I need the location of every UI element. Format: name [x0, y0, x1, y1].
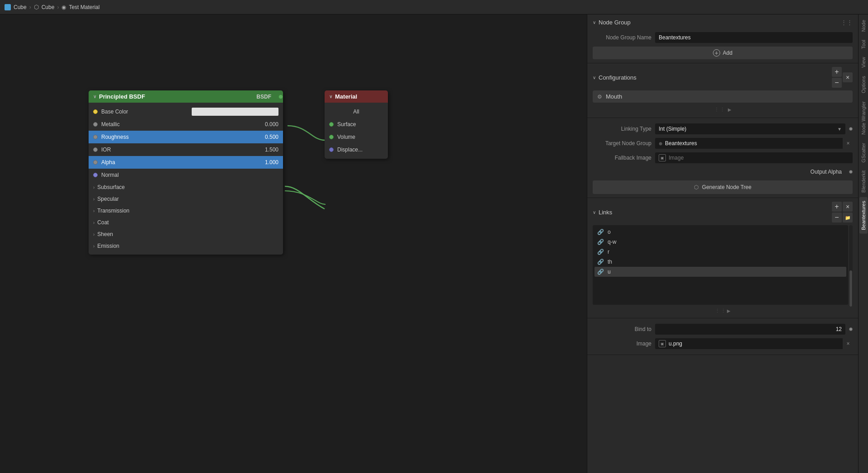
sidebar-tab-gscatter[interactable]: GScatter	[859, 139, 868, 166]
links-buttons: + −	[832, 202, 842, 222]
links-file-btn[interactable]: 📁	[843, 213, 853, 222]
mat-row-volume[interactable]: Volume	[325, 131, 388, 143]
section-specular[interactable]: › Specular	[89, 193, 283, 205]
links-with-scroll: 🔗 o 🔗 q-w 🔗 r	[593, 225, 853, 307]
sidebar-tab-tool[interactable]: Tool	[859, 36, 868, 52]
configurations-minus-btn[interactable]: −	[832, 78, 842, 88]
link-item-qw[interactable]: 🔗 q-w	[594, 237, 846, 247]
main-area: ∨ Principled BSDF BSDF Base Color	[0, 14, 868, 473]
linking-type-row: Linking Type Int (Simple) ▼	[593, 122, 853, 136]
links-scrollbar[interactable]	[849, 225, 853, 307]
value-roughness: 0.500	[256, 134, 278, 140]
link-item-o[interactable]: 🔗 o	[594, 227, 846, 237]
color-swatch-basecolor[interactable]	[192, 108, 278, 116]
chevron-specular: ›	[93, 197, 94, 202]
config-item-mouth[interactable]: ⚙ Mouth	[593, 90, 853, 103]
node-row-roughness[interactable]: Roughness 0.500	[89, 131, 283, 143]
label-emission: Emission	[97, 243, 119, 249]
target-ng-clear-btn[interactable]: ×	[844, 138, 853, 149]
link-icon-o: 🔗	[597, 229, 604, 235]
config-icon-mouth: ⚙	[597, 94, 602, 100]
bsdf-output-socket[interactable]	[278, 95, 283, 99]
mat-row-surface[interactable]: Surface	[325, 118, 388, 131]
section-emission[interactable]: › Emission	[89, 240, 283, 252]
socket-displacement[interactable]	[329, 147, 334, 152]
linking-type-socket[interactable]	[849, 127, 853, 131]
link-item-r[interactable]: 🔗 r	[594, 247, 846, 257]
section-sheen[interactable]: › Sheen	[89, 228, 283, 240]
configurations-plus-btn[interactable]: +	[832, 67, 842, 77]
configurations-list: ⚙ Mouth	[593, 90, 853, 103]
sidebar-tab-options[interactable]: Options	[859, 72, 868, 97]
label-surface: Surface	[337, 121, 356, 128]
sidebar-tab-node-wrangler[interactable]: Node Wrangler	[859, 98, 868, 138]
linking-type-value: Int (Simple)	[659, 126, 686, 132]
socket-alpha[interactable]	[93, 160, 98, 165]
node-row-ior[interactable]: IOR 1.500	[89, 143, 283, 156]
links-expand-arrow[interactable]: ▶	[727, 308, 731, 313]
sidebar-tab-beantextures[interactable]: Beantextures	[859, 197, 868, 234]
links-title: ∨ Links	[593, 208, 832, 217]
node-group-name-input[interactable]	[655, 32, 853, 43]
link-item-th[interactable]: 🔗 th	[594, 257, 846, 267]
chevron-sheen: ›	[93, 232, 94, 237]
sidebar-tab-node[interactable]: Node	[859, 16, 868, 35]
socket-normal[interactable]	[93, 173, 98, 177]
expand-arrow[interactable]: ▶	[728, 107, 731, 112]
connector-lines	[0, 14, 587, 473]
node-row-metallic[interactable]: Metallic 0.000	[89, 118, 283, 131]
sidebar-tab-blenderkit[interactable]: Blenderkit	[859, 167, 868, 196]
image-field: ▣ u.png ×	[655, 338, 853, 349]
label-normal: Normal	[101, 172, 278, 178]
node-group-name-row: Node Group Name	[593, 30, 853, 45]
configurations-title: ∨ Configurations	[593, 73, 832, 82]
bsdf-output-label: BSDF	[256, 94, 271, 100]
sidebar-tab-view[interactable]: View	[859, 53, 868, 71]
fallback-image-value: Image	[669, 155, 684, 161]
config-list-bottom: ⋮⋮ ▶	[593, 104, 853, 114]
socket-ior[interactable]	[93, 147, 98, 152]
link-icon-u: 🔗	[597, 269, 604, 275]
socket-metallic[interactable]	[93, 122, 98, 127]
link-text-u: u	[608, 269, 611, 275]
node-row-basecolor[interactable]: Base Color	[89, 105, 283, 118]
section-subsurface[interactable]: › Subsurface	[89, 181, 283, 193]
output-alpha-label: Output Alpha	[806, 167, 846, 177]
bind-to-input[interactable]	[655, 324, 845, 335]
links-minus-btn[interactable]: −	[832, 213, 842, 222]
links-x-btn[interactable]: ×	[843, 202, 853, 212]
node-connectors-svg	[0, 14, 587, 473]
link-text-th: th	[608, 259, 612, 265]
image-clear-btn[interactable]: ×	[844, 338, 853, 349]
right-sidebar: Node Tool View Options Node Wrangler GSc…	[858, 14, 868, 473]
value-metallic: 0.000	[256, 121, 278, 128]
section-coat[interactable]: › Coat	[89, 217, 283, 228]
node-header-bsdf[interactable]: ∨ Principled BSDF BSDF	[89, 90, 283, 103]
link-text-qw: q-w	[608, 239, 616, 245]
section-transmission[interactable]: › Transmission	[89, 205, 283, 217]
breadcrumb-cube1: Cube	[14, 4, 27, 10]
add-button[interactable]: + Add	[593, 47, 853, 59]
socket-roughness[interactable]	[93, 135, 98, 139]
label-metallic: Metallic	[101, 121, 252, 128]
node-row-normal[interactable]: Normal	[89, 169, 283, 181]
value-ior: 1.500	[256, 147, 278, 153]
bind-to-socket[interactable]	[849, 327, 853, 331]
node-header-material[interactable]: ∨ Material	[325, 90, 388, 103]
socket-volume[interactable]	[329, 135, 334, 139]
node-row-alpha[interactable]: Alpha 1.000	[89, 156, 283, 169]
socket-surface[interactable]	[329, 122, 334, 127]
socket-basecolor[interactable]	[93, 109, 98, 114]
config-name-mouth: Mouth	[606, 93, 848, 100]
linking-type-dropdown[interactable]: Int (Simple) ▼	[655, 123, 845, 134]
generate-btn[interactable]: ⬡ Generate Node Tree	[593, 180, 853, 194]
mat-row-displacement[interactable]: Displace...	[325, 143, 388, 156]
output-alpha-socket[interactable]	[849, 170, 853, 174]
label-transmission: Transmission	[97, 208, 129, 214]
link-item-u[interactable]: 🔗 u	[594, 267, 846, 277]
scrollbar-thumb	[849, 270, 852, 307]
links-plus-btn[interactable]: +	[832, 202, 842, 212]
mat-row-all: All	[325, 105, 388, 118]
node-group-section: ∨ Node Group ⋮⋮ Node Group Name + Add	[587, 14, 858, 63]
configurations-x-btn[interactable]: ×	[843, 72, 853, 82]
